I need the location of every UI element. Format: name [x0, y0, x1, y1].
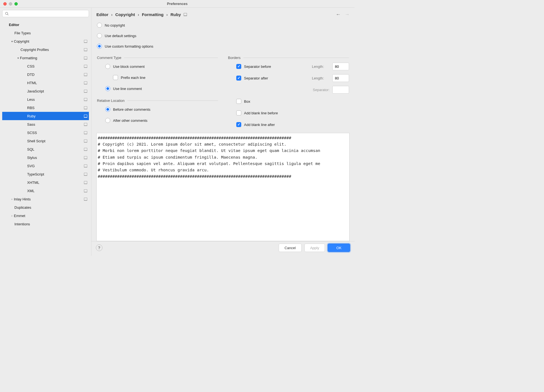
divider	[243, 58, 349, 58]
apply-button[interactable]: Apply	[304, 244, 325, 252]
tree-item-label: RBS	[27, 106, 82, 110]
scope-badge-icon	[84, 56, 87, 60]
tree-item-xml[interactable]: XML	[2, 187, 89, 195]
tree-item-stylus[interactable]: Stylus	[2, 153, 89, 162]
tree-item-label: SQL	[27, 147, 82, 151]
radio-block-comment[interactable]: Use block comment	[105, 63, 218, 70]
checkbox-icon	[236, 122, 241, 127]
scope-badge-icon	[84, 140, 87, 143]
radio-label: Use custom formatting options	[105, 44, 153, 48]
radio-no-copyright[interactable]: No copyright	[97, 21, 349, 29]
tree-item-css[interactable]: CSS	[2, 62, 89, 70]
tree-item-emmet[interactable]: ›Emmet	[2, 212, 89, 220]
radio-label: Before other comments	[113, 107, 150, 112]
scope-badge-icon	[84, 181, 87, 184]
chevron-right-icon: ›	[111, 12, 112, 17]
tree[interactable]: EditorFile Types▾CopyrightCopyright Prof…	[2, 19, 89, 256]
radio-icon	[105, 118, 110, 123]
tree-item-copyright-profiles[interactable]: Copyright Profiles	[2, 45, 89, 54]
scope-badge-icon	[84, 115, 87, 118]
chevron-right-icon: ›	[10, 214, 14, 217]
scope-badge-icon	[84, 164, 87, 167]
group-relative-location: Relative Location	[97, 99, 218, 103]
tree-item-typescript[interactable]: TypeScript	[2, 170, 89, 178]
tree-item-sass[interactable]: Sass	[2, 120, 89, 128]
breadcrumb-item[interactable]: Editor	[96, 12, 108, 17]
radio-use-custom[interactable]: Use custom formatting options	[97, 42, 349, 50]
tree-item-scss[interactable]: SCSS	[2, 128, 89, 137]
check-label: Box	[244, 99, 250, 104]
back-button[interactable]: ←	[336, 12, 341, 17]
check-prefix-each-line[interactable]: Prefix each line	[105, 74, 218, 81]
tree-item-label: Formatting	[20, 56, 82, 60]
radio-use-default[interactable]: Use default settings	[97, 32, 349, 40]
check-sep-before[interactable]	[236, 64, 241, 69]
tree-item-ruby[interactable]: Ruby	[2, 112, 89, 120]
mode-group: No copyright Use default settings Use cu…	[91, 20, 355, 52]
tree-item-label: Stylus	[27, 156, 82, 160]
tree-item-label: File Types	[14, 31, 87, 35]
divider	[124, 58, 218, 58]
breadcrumb-row: Editor›Copyright›Formatting›Ruby ← →	[91, 8, 355, 20]
radio-after-comments[interactable]: After other comments	[105, 117, 218, 124]
scope-badge-icon	[84, 123, 87, 126]
tree-item-copyright[interactable]: ▾Copyright	[2, 37, 89, 45]
check-blank-before[interactable]: Add blank line before	[236, 109, 349, 117]
search-wrap	[2, 10, 89, 19]
length-before-input[interactable]	[332, 63, 349, 70]
tree-item-label: TypeScript	[27, 172, 82, 176]
tree-item-file-types[interactable]: File Types	[2, 29, 89, 37]
divider	[127, 100, 218, 101]
radio-line-comment[interactable]: Use line comment	[105, 85, 218, 92]
scope-badge-icon	[84, 106, 87, 109]
search-input[interactable]	[2, 10, 89, 17]
tree-item-label: Shell Script	[27, 139, 82, 143]
cancel-button[interactable]: Cancel	[279, 244, 301, 252]
ok-button[interactable]: OK	[328, 244, 350, 252]
tree-item-label: SVG	[27, 164, 82, 168]
scope-badge-icon	[84, 48, 87, 51]
help-button[interactable]: ?	[96, 244, 102, 251]
tree-item-formatting[interactable]: ▾Formatting	[2, 54, 89, 62]
breadcrumb-item[interactable]: Ruby	[171, 12, 181, 17]
checkbox-icon	[113, 75, 118, 80]
tree-item-duplicates[interactable]: Duplicates	[2, 203, 89, 212]
tree-item-less[interactable]: Less	[2, 95, 89, 104]
tree-item-label: Ruby	[27, 114, 82, 118]
checkbox-icon	[236, 110, 241, 115]
tree-item-javascript[interactable]: JavaScript	[2, 87, 89, 95]
tree-item-label: Inlay Hints	[14, 197, 82, 201]
length-after-input[interactable]	[332, 74, 349, 82]
tree-item-inlay-hints[interactable]: ›Inlay Hints	[2, 195, 89, 203]
breadcrumb-item[interactable]: Copyright	[115, 12, 135, 17]
tree-item-sql[interactable]: SQL	[2, 145, 89, 153]
chevron-down-icon: ▾	[16, 56, 20, 60]
chevron-down-icon: ▾	[10, 40, 14, 43]
check-sep-after[interactable]	[236, 76, 241, 81]
tree-item-label: SCSS	[27, 131, 82, 135]
length-label: Length:	[312, 65, 330, 69]
breadcrumb-item[interactable]: Formatting	[142, 12, 163, 17]
tree-item-rbs[interactable]: RBS	[2, 104, 89, 112]
right-column: Borders Separator before Length: Separa	[228, 53, 349, 128]
tree-item-intentions[interactable]: Intentions	[2, 220, 89, 228]
radio-label: Use default settings	[105, 34, 136, 38]
check-blank-after[interactable]: Add blank line after	[236, 121, 349, 128]
titlebar: Preferences	[0, 0, 355, 8]
tree-item-dtd[interactable]: DTD	[2, 70, 89, 79]
check-box[interactable]: Box	[236, 97, 349, 105]
tree-item-label: DTD	[27, 73, 82, 77]
check-label: Add blank line before	[244, 111, 278, 115]
content: Editor›Copyright›Formatting›Ruby ← → No …	[91, 8, 355, 256]
tree-item-shell-script[interactable]: Shell Script	[2, 137, 89, 145]
scope-badge-icon	[184, 13, 187, 16]
tree-item-xhtml[interactable]: XHTML	[2, 178, 89, 187]
radio-before-comments[interactable]: Before other comments	[105, 105, 218, 113]
tree-item-html[interactable]: HTML	[2, 79, 89, 87]
scope-badge-icon	[84, 90, 87, 93]
separator-input[interactable]	[332, 86, 349, 94]
check-label: Separator before	[244, 65, 309, 69]
tree-item-editor[interactable]: Editor	[2, 20, 89, 29]
scope-badge-icon	[84, 131, 87, 134]
tree-item-svg[interactable]: SVG	[2, 162, 89, 170]
